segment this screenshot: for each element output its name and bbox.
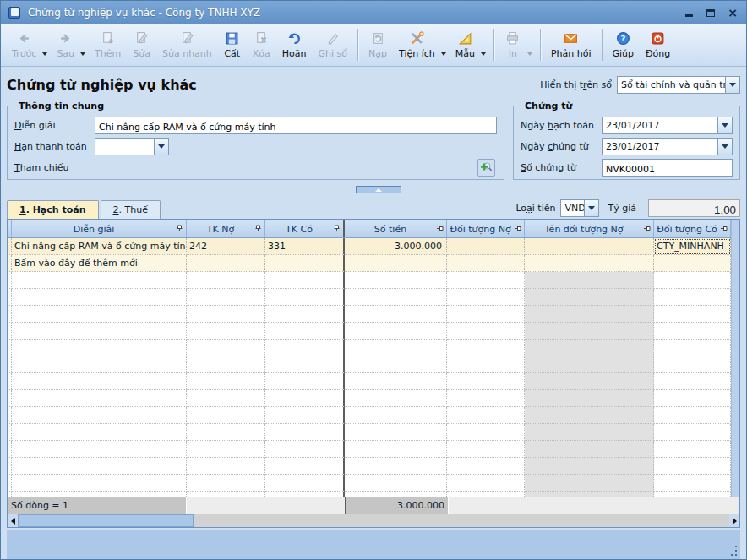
scrollbar-thumb[interactable] [18, 514, 194, 527]
status-strip [7, 530, 740, 559]
toolbar-separator [602, 29, 603, 61]
close-form-button[interactable]: Đóng [640, 29, 676, 61]
resize-grip[interactable] [728, 546, 738, 557]
table-row-empty[interactable] [8, 424, 739, 441]
chevron-down-icon[interactable] [725, 77, 739, 93]
reload-icon [371, 30, 385, 47]
template-button[interactable]: Mẫu [450, 29, 481, 61]
scroll-right-icon[interactable] [729, 514, 739, 527]
tools-icon [410, 30, 424, 47]
column-header-doi-tuong-co[interactable]: Đối tượng Có [654, 220, 731, 237]
save-button[interactable]: Cất [218, 29, 247, 61]
edit-document-icon [134, 30, 149, 47]
posting-date-label: Ngày hạch toán [521, 120, 602, 131]
pin-icon [254, 225, 262, 232]
tab-thue[interactable]: 2. Thuế [101, 200, 161, 219]
svg-text:?: ? [621, 34, 626, 43]
pin-icon [176, 225, 183, 232]
table-row-empty[interactable] [8, 458, 739, 475]
minimize-icon[interactable] [682, 6, 695, 19]
delete-document-icon [254, 30, 269, 47]
table-row-empty[interactable] [8, 323, 739, 340]
maximize-icon[interactable] [704, 6, 717, 19]
chevron-down-icon[interactable] [584, 200, 598, 216]
arrow-left-icon [17, 30, 31, 47]
toolbar: Trước Sau Thêm Sửa Sửa nhanh [1, 24, 746, 67]
column-header-tk-co[interactable]: TK Có [265, 220, 345, 237]
power-icon [651, 30, 665, 47]
table-row-empty[interactable] [8, 373, 739, 390]
cell-ten-doi-tuong-no[interactable] [525, 238, 654, 255]
undo-button[interactable]: Hoãn [276, 29, 313, 61]
chevron-down-icon[interactable] [717, 139, 732, 155]
exchange-rate-label: Tỷ giá [608, 203, 636, 214]
currency-type-label: Loại tiền [515, 203, 555, 214]
pencil-icon [325, 30, 340, 47]
quick-edit-button: Sửa nhanh [156, 29, 218, 61]
column-header-so-tien[interactable]: Số tiền [345, 220, 447, 237]
vertical-scrollbar[interactable] [731, 220, 739, 497]
currency-select[interactable]: VND [560, 199, 599, 217]
document-date-picker[interactable]: 23/01/2017 [602, 138, 733, 155]
help-icon: ? [616, 30, 630, 47]
cell-tk-co[interactable]: 331 [265, 238, 345, 255]
reload-button: Nạp [363, 29, 393, 61]
display-on-book-select[interactable]: Sổ tài chính và quản trị [617, 76, 740, 94]
add-reference-button[interactable] [477, 159, 495, 177]
prev-dropdown-icon[interactable] [42, 52, 47, 56]
table-row-empty[interactable] [8, 306, 739, 323]
utilities-dropdown-icon[interactable] [441, 52, 446, 56]
chevron-down-icon[interactable] [717, 117, 732, 133]
general-info-group: Thông tin chung Diễn giải Hạn thanh toán [7, 101, 504, 180]
entries-table: Diễn giải TK Nợ TK Có Số tiền Đối tượng … [7, 219, 740, 528]
table-row-empty[interactable] [8, 272, 739, 289]
template-dropdown-icon[interactable] [481, 52, 486, 56]
cell-dien-giai[interactable]: Chi nâng cấp RAM và ổ cứng máy tính [12, 238, 187, 255]
tab-hach-toan[interactable]: 1. Hạch toán [7, 200, 99, 219]
table-row-empty[interactable] [8, 289, 739, 306]
cell-tk-no[interactable]: 242 [187, 238, 265, 255]
pin-horizontal-icon [514, 225, 521, 232]
pin-horizontal-icon [720, 225, 728, 232]
table-row-empty[interactable] [8, 340, 739, 356]
cell-doi-tuong-co[interactable]: CTY_MINHANH [654, 238, 731, 255]
scrollbar-track[interactable] [194, 514, 729, 527]
posting-date-picker[interactable]: 23/01/2017 [602, 117, 733, 134]
column-header-tk-no[interactable]: TK Nợ [187, 220, 265, 237]
table-row-empty[interactable] [8, 475, 739, 492]
table-row-empty[interactable] [8, 441, 739, 458]
horizontal-scrollbar[interactable] [8, 514, 739, 527]
delete-button: Xóa [247, 29, 276, 61]
column-header-doi-tuong-no[interactable]: Đối tượng Nợ [447, 220, 525, 237]
feedback-button[interactable]: Phản hồi [545, 29, 597, 61]
table-row-empty[interactable] [8, 407, 739, 424]
scroll-left-icon[interactable] [8, 514, 18, 527]
new-row-hint[interactable]: Bấm vào đây để thêm mới [8, 255, 739, 272]
table-row[interactable]: Chi nâng cấp RAM và ổ cứng máy tính 242 … [8, 238, 739, 255]
cell-so-tien[interactable]: 3.000.000 [345, 238, 447, 255]
table-row-empty[interactable] [8, 356, 739, 373]
page-title: Chứng từ nghiệp vụ khác [7, 77, 540, 93]
column-header-ten-doi-tuong-no[interactable]: Tên đối tượng Nợ [525, 220, 654, 237]
document-number-label: Số chứng từ [521, 162, 602, 173]
pin-icon [333, 225, 341, 232]
utilities-button[interactable]: Tiện ích [393, 29, 441, 61]
payment-term-select[interactable] [95, 138, 169, 155]
next-button: Sau [51, 29, 80, 61]
payment-term-label: Hạn thanh toán [14, 141, 95, 152]
document-legend: Chứng từ [522, 101, 575, 111]
table-row-empty[interactable] [8, 390, 739, 407]
help-button[interactable]: ? Giúp [607, 29, 641, 61]
set-square-icon [458, 30, 472, 47]
edit-button: Sửa [127, 29, 156, 61]
next-dropdown-icon[interactable] [80, 52, 85, 56]
description-input[interactable] [95, 117, 497, 134]
exchange-rate-input[interactable] [648, 199, 740, 217]
grid-filler-rows [8, 272, 739, 497]
collapse-splitter-handle[interactable] [356, 186, 401, 193]
chevron-down-icon[interactable] [154, 139, 168, 155]
cell-doi-tuong-no[interactable] [447, 238, 525, 255]
column-header-dien-giai[interactable]: Diễn giải [12, 220, 187, 237]
close-icon[interactable]: × [726, 6, 739, 19]
document-number-input[interactable] [602, 159, 733, 177]
